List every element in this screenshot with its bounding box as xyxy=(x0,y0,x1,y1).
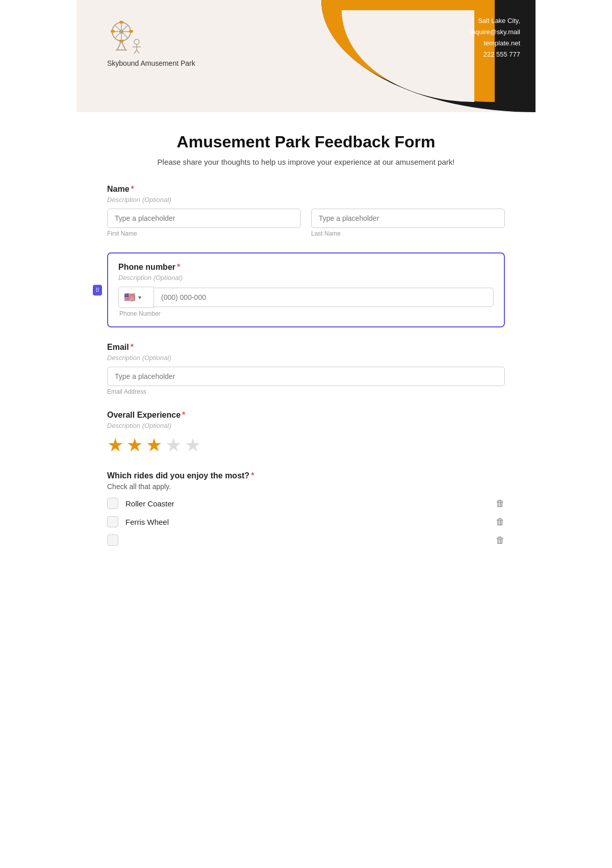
experience-label: Overall Experience* xyxy=(107,411,505,420)
experience-description: Description (Optional) xyxy=(107,422,505,429)
svg-point-13 xyxy=(134,39,139,44)
checkbox-roller-coaster: Roller Coaster 🗑 xyxy=(107,498,505,509)
rides-instruction: Check all that apply. xyxy=(107,482,505,491)
delete-roller-coaster-icon[interactable]: 🗑 xyxy=(496,498,505,509)
first-name-input[interactable] xyxy=(107,209,301,228)
chevron-down-icon: ▼ xyxy=(137,295,142,300)
main-content: Amusement Park Feedback Form Please shar… xyxy=(76,112,536,592)
checkbox-roller-coaster-label: Roller Coaster xyxy=(125,499,174,508)
delete-ferris-wheel-icon[interactable]: 🗑 xyxy=(496,517,505,527)
email-field-section: Email* Description (Optional) Email Addr… xyxy=(107,343,505,395)
phone-country-select[interactable]: 🇺🇸 ▼ xyxy=(118,287,154,308)
phone-input[interactable] xyxy=(154,288,494,307)
svg-line-11 xyxy=(121,41,125,50)
checkbox-3-box[interactable] xyxy=(107,534,118,546)
svg-line-16 xyxy=(134,50,137,54)
first-name-col: First Name xyxy=(107,209,301,237)
name-description: Description (Optional) xyxy=(107,196,505,203)
name-field-section: Name* Description (Optional) First Name … xyxy=(107,185,505,237)
form-subtitle: Please share your thoughts to help us im… xyxy=(107,158,505,166)
drag-handle[interactable]: ⠿ xyxy=(93,285,102,295)
svg-line-17 xyxy=(137,50,139,54)
svg-rect-8 xyxy=(111,30,115,33)
last-name-label: Last Name xyxy=(311,230,505,237)
phone-row: 🇺🇸 ▼ xyxy=(118,287,494,308)
header: Skybound Amusement Park Salt Lake City, … xyxy=(76,0,536,112)
logo-icon xyxy=(107,15,148,56)
svg-line-10 xyxy=(117,41,121,50)
phone-label: Phone number* xyxy=(118,263,494,272)
star-1[interactable]: ★ xyxy=(107,435,123,456)
last-name-input[interactable] xyxy=(311,209,505,228)
delete-3-icon[interactable]: 🗑 xyxy=(496,535,505,546)
logo-area: Skybound Amusement Park xyxy=(107,15,195,67)
phone-field-section: ⠿ Phone number* Description (Optional) 🇺… xyxy=(107,252,505,327)
rides-label: Which rides did you enjoy the most?* xyxy=(107,471,505,480)
phone-sub-label: Phone Number xyxy=(118,310,494,317)
header-bg-light xyxy=(321,10,474,102)
us-flag-icon: 🇺🇸 xyxy=(124,292,135,303)
stars-row: ★ ★ ★ ★ ★ xyxy=(107,435,505,456)
star-3[interactable]: ★ xyxy=(146,435,162,456)
phone-description: Description (Optional) xyxy=(118,274,494,282)
contact-phone: 222 555 777 xyxy=(470,49,520,60)
email-label: Email* xyxy=(107,343,505,352)
checkbox-roller-coaster-box[interactable] xyxy=(107,498,118,509)
svg-rect-9 xyxy=(129,30,133,33)
checkbox-ferris-wheel: Ferris Wheel 🗑 xyxy=(107,516,505,527)
form-title: Amusement Park Feedback Form xyxy=(107,133,505,151)
experience-field-section: Overall Experience* Description (Optiona… xyxy=(107,411,505,456)
first-name-label: First Name xyxy=(107,230,301,237)
star-4[interactable]: ★ xyxy=(165,435,182,456)
checkbox-ferris-wheel-box[interactable] xyxy=(107,516,118,527)
contact-email: inquire@sky.mail xyxy=(470,27,520,38)
name-label: Name* xyxy=(107,185,505,194)
checkbox-item-3: 🗑 xyxy=(107,534,505,546)
logo-text: Skybound Amusement Park xyxy=(107,59,195,67)
star-2[interactable]: ★ xyxy=(126,435,143,456)
last-name-col: Last Name xyxy=(311,209,505,237)
star-5[interactable]: ★ xyxy=(185,435,201,456)
name-row: First Name Last Name xyxy=(107,209,505,237)
email-description: Description (Optional) xyxy=(107,354,505,362)
contact-website: template.net xyxy=(470,38,520,49)
email-sub-label: Email Address xyxy=(107,388,505,395)
checkbox-ferris-wheel-label: Ferris Wheel xyxy=(125,518,169,526)
email-input[interactable] xyxy=(107,367,505,386)
contact-city: Salt Lake City, xyxy=(470,15,520,27)
contact-info: Salt Lake City, inquire@sky.mail templat… xyxy=(470,15,520,60)
rides-field-section: Which rides did you enjoy the most?* Che… xyxy=(107,471,505,546)
svg-rect-6 xyxy=(119,21,123,23)
